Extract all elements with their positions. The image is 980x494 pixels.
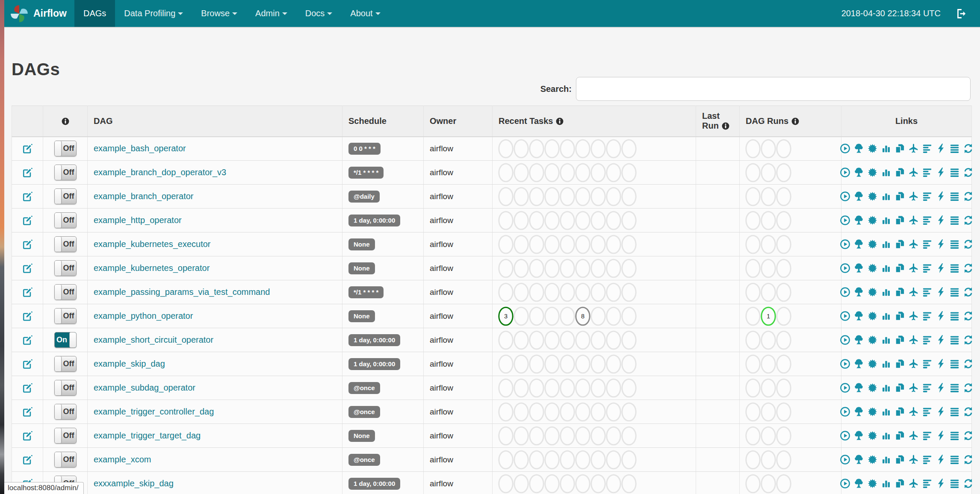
edit-dag-icon[interactable]	[22, 455, 32, 465]
landing-times-icon[interactable]	[908, 311, 919, 321]
refresh-dag-icon[interactable]	[963, 454, 974, 465]
recent-tasks-status[interactable]: 38	[498, 306, 638, 327]
task-tries-icon[interactable]	[894, 454, 905, 465]
dag-details-icon[interactable]	[949, 478, 960, 489]
dag-runs-status[interactable]	[745, 377, 793, 399]
nav-item-admin[interactable]: Admin	[246, 0, 296, 27]
task-duration-icon[interactable]	[881, 382, 891, 393]
task-duration-icon[interactable]	[881, 454, 891, 465]
dag-runs-status[interactable]	[745, 329, 793, 351]
dag-runs-status[interactable]	[745, 473, 793, 494]
edit-dag-icon[interactable]	[22, 383, 32, 393]
dag-details-icon[interactable]	[949, 311, 960, 321]
info-icon[interactable]	[61, 117, 70, 126]
trigger-dag-icon[interactable]	[840, 215, 850, 226]
gantt-view-icon[interactable]	[922, 191, 933, 202]
dag-pause-toggle[interactable]: Off	[54, 452, 77, 468]
landing-times-icon[interactable]	[908, 143, 919, 154]
dag-runs-status[interactable]	[745, 258, 793, 279]
dag-link[interactable]: example_http_operator	[94, 215, 182, 225]
dag-link[interactable]: example_kubernetes_operator	[94, 263, 210, 273]
edit-dag-icon[interactable]	[22, 215, 32, 226]
task-tries-icon[interactable]	[894, 239, 905, 250]
trigger-dag-icon[interactable]	[840, 335, 850, 345]
dag-runs-status[interactable]	[745, 282, 793, 303]
dag-link[interactable]: example_branch_operator	[94, 191, 194, 201]
task-tries-icon[interactable]	[894, 406, 905, 417]
schedule-badge[interactable]: None	[348, 430, 375, 442]
graph-view-icon[interactable]	[867, 359, 878, 369]
nav-item-docs[interactable]: Docs	[296, 0, 342, 27]
tree-view-icon[interactable]	[853, 335, 864, 345]
dag-link[interactable]: example_branch_dop_operator_v3	[94, 168, 226, 177]
nav-item-dags[interactable]: DAGs	[74, 0, 115, 27]
recent-tasks-status[interactable]	[498, 425, 638, 447]
refresh-dag-icon[interactable]	[963, 359, 974, 369]
dag-pause-toggle[interactable]: Off	[54, 356, 77, 372]
recent-tasks-status[interactable]	[498, 353, 638, 375]
tree-view-icon[interactable]	[853, 454, 864, 465]
dag-details-icon[interactable]	[949, 239, 960, 250]
dag-runs-status[interactable]	[745, 234, 793, 255]
task-duration-icon[interactable]	[881, 191, 891, 202]
refresh-dag-icon[interactable]	[963, 287, 974, 297]
schedule-badge[interactable]: 0 0 * * *	[348, 143, 381, 155]
trigger-dag-icon[interactable]	[840, 454, 850, 465]
dag-runs-status[interactable]	[745, 162, 793, 183]
dag-runs-status[interactable]	[745, 210, 793, 231]
task-duration-icon[interactable]	[881, 215, 891, 226]
code-view-icon[interactable]	[936, 239, 946, 250]
trigger-dag-icon[interactable]	[840, 143, 850, 154]
recent-tasks-status[interactable]	[498, 329, 638, 351]
dag-link[interactable]: example_skip_dag	[94, 359, 165, 368]
refresh-dag-icon[interactable]	[963, 311, 974, 321]
dag-pause-toggle[interactable]: Off	[54, 212, 77, 228]
task-duration-icon[interactable]	[881, 263, 891, 273]
dag-details-icon[interactable]	[949, 143, 960, 154]
recent-tasks-status[interactable]	[498, 138, 638, 159]
dag-pause-toggle[interactable]: Off	[54, 380, 77, 396]
dag-link[interactable]: example_short_circuit_operator	[94, 335, 213, 344]
refresh-dag-icon[interactable]	[963, 167, 974, 178]
edit-dag-icon[interactable]	[22, 431, 32, 441]
graph-view-icon[interactable]	[867, 167, 878, 178]
schedule-badge[interactable]: None	[348, 262, 375, 274]
schedule-badge[interactable]: @once	[348, 406, 380, 418]
code-view-icon[interactable]	[936, 454, 946, 465]
dag-link[interactable]: example_passing_params_via_test_command	[94, 287, 270, 297]
info-icon[interactable]	[721, 122, 730, 130]
nav-item-browse[interactable]: Browse	[192, 0, 246, 27]
tree-view-icon[interactable]	[853, 215, 864, 226]
col-owner[interactable]: Owner	[424, 106, 493, 137]
edit-dag-icon[interactable]	[22, 407, 32, 417]
dag-details-icon[interactable]	[949, 359, 960, 369]
dag-runs-status[interactable]	[745, 449, 793, 470]
trigger-dag-icon[interactable]	[840, 430, 850, 441]
refresh-dag-icon[interactable]	[963, 430, 974, 441]
gantt-view-icon[interactable]	[922, 263, 933, 273]
code-view-icon[interactable]	[936, 263, 946, 273]
dag-pause-toggle[interactable]: Off	[54, 260, 77, 276]
refresh-dag-icon[interactable]	[963, 239, 974, 250]
trigger-dag-icon[interactable]	[840, 239, 850, 250]
dag-pause-toggle[interactable]: Off	[54, 428, 77, 444]
gantt-view-icon[interactable]	[922, 359, 933, 369]
graph-view-icon[interactable]	[867, 335, 878, 345]
task-tries-icon[interactable]	[894, 335, 905, 345]
graph-view-icon[interactable]	[867, 311, 878, 321]
edit-dag-icon[interactable]	[22, 263, 32, 273]
gantt-view-icon[interactable]	[922, 167, 933, 178]
trigger-dag-icon[interactable]	[840, 406, 850, 417]
schedule-badge[interactable]: @daily	[348, 191, 380, 203]
dag-pause-toggle[interactable]: Off	[54, 188, 77, 204]
edit-dag-icon[interactable]	[22, 239, 32, 250]
landing-times-icon[interactable]	[908, 454, 919, 465]
gantt-view-icon[interactable]	[922, 311, 933, 321]
schedule-badge[interactable]: None	[348, 310, 375, 322]
brand-link[interactable]: Airflow	[4, 0, 74, 27]
task-tries-icon[interactable]	[894, 478, 905, 489]
refresh-dag-icon[interactable]	[963, 143, 974, 154]
col-schedule[interactable]: Schedule	[342, 106, 424, 137]
task-duration-icon[interactable]	[881, 335, 891, 345]
code-view-icon[interactable]	[936, 287, 946, 297]
